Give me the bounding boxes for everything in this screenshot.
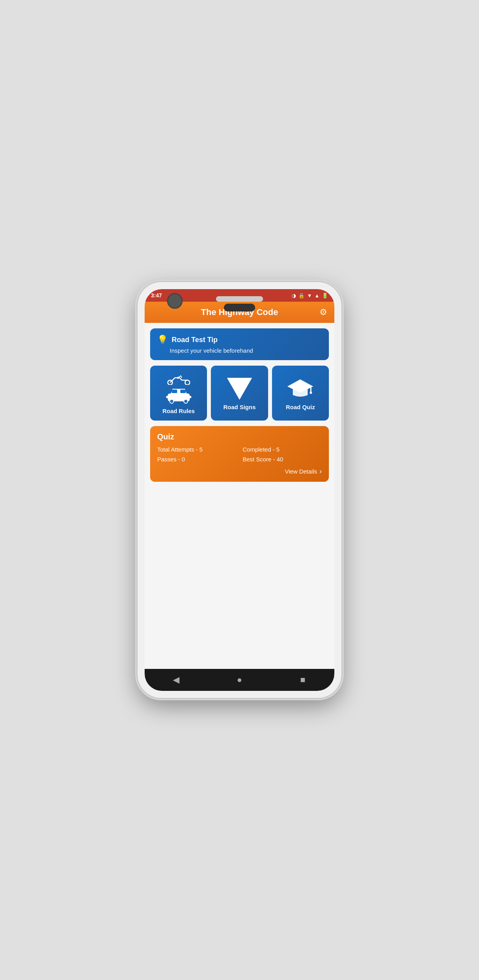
view-details-arrow-icon: › [319, 467, 322, 475]
road-rules-label: Road Rules [162, 408, 195, 414]
phone-speaker [216, 296, 263, 302]
tip-text: Inspect your vehicle beforehand [157, 347, 322, 354]
road-signs-label: Road Signs [223, 404, 256, 410]
graduation-cap-icon [287, 378, 314, 400]
phone-frame: 3:47 ◑ 🔒 ▼ ▲ 🔋 The Highway Code ⚙ 💡 Road… [138, 282, 341, 698]
battery-icon: 🔋 [322, 293, 328, 299]
svg-rect-5 [180, 390, 186, 393]
tip-icon: 💡 [157, 335, 168, 345]
quiz-card: Quiz Total Attempts - 5 Completed - 5 Pa… [150, 426, 329, 482]
quiz-stat-passes: Passes - 0 [157, 456, 236, 463]
tip-header: 💡 Road Test Tip [157, 335, 322, 345]
phone-pill [224, 304, 255, 311]
quiz-stat-best-score: Best Score - 40 [243, 456, 322, 463]
lock-icon: 🔒 [298, 293, 305, 299]
svg-point-1 [185, 380, 190, 385]
road-quiz-card[interactable]: Road Quiz [272, 366, 329, 421]
quiz-card-title: Quiz [157, 432, 322, 441]
car-icon [166, 386, 191, 404]
tip-title: Road Test Tip [172, 336, 218, 344]
road-quiz-label: Road Quiz [286, 404, 315, 410]
recents-button[interactable]: ■ [291, 672, 314, 688]
back-icon: ◀ [173, 675, 180, 685]
svg-rect-4 [172, 390, 177, 393]
recents-icon: ■ [300, 675, 305, 685]
home-icon: ● [237, 675, 242, 685]
status-icons: ◑ 🔒 ▼ ▲ 🔋 [292, 293, 328, 299]
road-signs-card[interactable]: Road Signs [211, 366, 268, 421]
status-time: 3:47 [151, 292, 162, 299]
home-button[interactable]: ● [228, 672, 251, 688]
quiz-stats: Total Attempts - 5 Completed - 5 Passes … [157, 446, 322, 463]
svg-rect-9 [188, 396, 191, 398]
quiz-stat-completed: Completed - 5 [243, 446, 322, 453]
view-details-button[interactable]: View Details › [157, 467, 322, 475]
tip-card: 💡 Road Test Tip Inspect your vehicle bef… [150, 328, 329, 360]
privacy-icon: ◑ [292, 293, 296, 299]
view-details-text: View Details [285, 468, 317, 475]
vehicle-icons [166, 374, 191, 404]
wifi-icon: ▼ [307, 293, 312, 299]
grid-cards: Road Rules Road Signs [150, 366, 329, 421]
svg-point-2 [177, 377, 179, 379]
main-content: 💡 Road Test Tip Inspect your vehicle bef… [145, 323, 334, 669]
back-button[interactable]: ◀ [165, 672, 188, 688]
settings-button[interactable]: ⚙ [319, 307, 327, 317]
svg-point-7 [184, 399, 188, 403]
bottom-nav: ◀ ● ■ [145, 669, 334, 691]
svg-rect-8 [166, 396, 169, 398]
phone-screen: 3:47 ◑ 🔒 ▼ ▲ 🔋 The Highway Code ⚙ 💡 Road… [145, 289, 334, 691]
road-signs-icon [227, 378, 252, 400]
quiz-stat-attempts: Total Attempts - 5 [157, 446, 236, 453]
svg-point-6 [170, 399, 174, 403]
phone-camera [167, 293, 183, 309]
motorcycle-icon [167, 374, 191, 385]
road-rules-card[interactable]: Road Rules [150, 366, 207, 421]
signal-icon: ▲ [314, 293, 319, 299]
svg-point-12 [310, 392, 312, 394]
